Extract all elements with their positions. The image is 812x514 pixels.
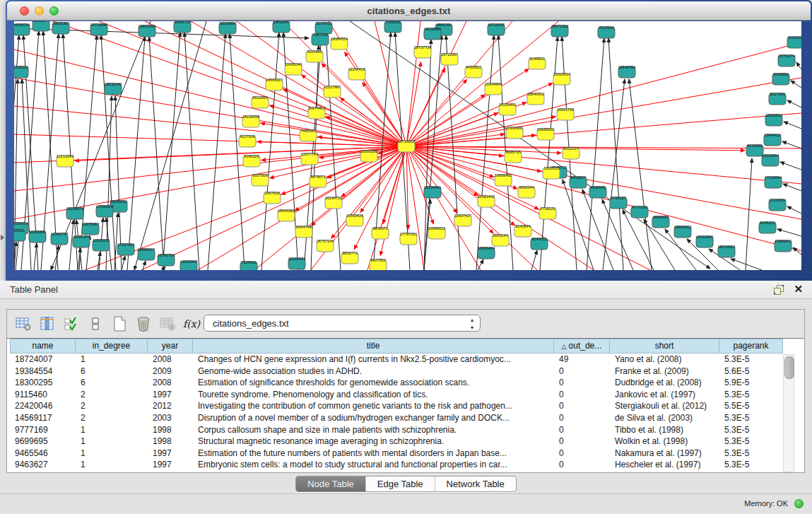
network-node[interactable]: 15688520 [537, 127, 554, 140]
network-node[interactable]: 9879071 [310, 175, 326, 187]
network-node[interactable]: 2718120 [539, 206, 556, 219]
table-cell[interactable]: Yano et al. (2008) [610, 354, 719, 366]
table-row[interactable]: 2242004622012Investigating the contribut… [10, 400, 804, 412]
network-node[interactable]: 16954322 [674, 225, 691, 238]
network-node[interactable]: 7356101 [384, 21, 401, 33]
network-node[interactable]: 1362615 [543, 166, 560, 179]
network-node[interactable]: 9115460 [306, 49, 323, 62]
network-canvas[interactable]: 1405572421331276195653802073394020891406… [14, 21, 801, 270]
network-node[interactable]: 16543382 [278, 209, 295, 221]
table-cell[interactable]: Stergiakouli et al. (2012) [610, 400, 719, 412]
network-node[interactable]: 20631140 [105, 82, 122, 95]
table-cell[interactable]: de Silva et al. (2003) [610, 412, 719, 424]
table-cell[interactable]: 5.3E-5 [719, 389, 783, 401]
network-node[interactable]: 15751074 [778, 54, 795, 66]
table-row[interactable]: 1938455462009Genome-wide association stu… [10, 366, 804, 378]
network-node[interactable]: 10210643 [762, 153, 779, 166]
network-node[interactable]: 2367608 [264, 191, 281, 204]
table-cell[interactable]: 2008 [148, 377, 193, 389]
network-node[interactable]: 14055724 [14, 23, 30, 35]
network-node[interactable]: 12412045 [696, 235, 713, 247]
table-cell[interactable]: 0 [554, 400, 610, 412]
tab-edge-table[interactable]: Edge Table [365, 477, 435, 491]
table-cell[interactable]: 19384554 [10, 366, 76, 378]
table-row[interactable]: 911546021997Tourette syndrome. Phenomeno… [10, 389, 804, 401]
table-cell[interactable]: Dudbridge et al. (2008) [610, 377, 719, 389]
network-node[interactable]: 11254419 [348, 67, 365, 80]
network-node[interactable]: 10974403 [308, 106, 325, 119]
network-node[interactable]: 9127508 [239, 134, 256, 147]
network-node[interactable]: 9699695 [652, 215, 669, 228]
table-cell[interactable]: 5.3E-5 [719, 448, 783, 460]
network-node[interactable]: 10975887 [82, 222, 99, 235]
table-cell[interactable]: 2012 [148, 400, 193, 412]
table-cell[interactable]: Franke et al. (2009) [610, 366, 719, 378]
network-node[interactable]: 12093822 [765, 113, 782, 126]
network-node[interactable]: 12213349 [57, 154, 73, 167]
network-node[interactable]: 20733940 [90, 23, 107, 35]
table-cell[interactable]: 9465546 [10, 448, 76, 460]
table-cell[interactable]: Estimation of significance thresholds fo… [193, 377, 554, 389]
panel-collapse-arrow-icon[interactable] [1, 235, 4, 240]
network-node[interactable]: 10905442 [775, 239, 792, 252]
column-header-name[interactable]: name [10, 339, 76, 354]
row-height-button[interactable] [85, 315, 106, 333]
network-node[interactable]: 11581442 [478, 194, 495, 207]
network-node[interactable]: 10653247 [273, 21, 290, 33]
network-node[interactable]: 10084023 [428, 226, 445, 239]
network-node[interactable]: 9455922 [465, 65, 482, 78]
network-node[interactable]: 16154431 [288, 257, 305, 269]
network-node[interactable]: 11607427 [454, 214, 471, 226]
network-node[interactable]: 9327508 [252, 173, 269, 186]
network-node[interactable]: 20891406 [139, 24, 155, 37]
table-cell[interactable]: 5.6E-5 [719, 366, 783, 378]
network-node[interactable]: 16782759 [158, 253, 175, 266]
create-table-button[interactable] [109, 315, 130, 333]
table-cell[interactable]: 14569117 [10, 412, 76, 424]
network-node[interactable]: 12103054 [769, 198, 786, 211]
table-cell[interactable]: 18724007 [10, 354, 76, 366]
table-cell[interactable]: 0 [554, 377, 610, 389]
show-columns-button[interactable] [37, 315, 58, 333]
table-cell[interactable]: 2 [76, 412, 148, 424]
table-cell[interactable]: 5.3E-5 [719, 412, 783, 424]
select-mode-button[interactable] [61, 315, 82, 333]
table-row[interactable]: 1872400712008Changes of HCN gene express… [10, 354, 804, 366]
table-cell[interactable]: 1997 [148, 448, 193, 460]
network-node[interactable]: 18724007 [398, 139, 415, 152]
table-cell[interactable]: 1997 [148, 389, 193, 401]
table-cell[interactable]: Hescheler et al. (1997) [610, 459, 719, 471]
network-node[interactable]: 17359928 [96, 204, 113, 217]
network-node[interactable]: 15325419 [553, 72, 570, 85]
table-cell[interactable]: 0 [554, 459, 610, 471]
close-panel-icon[interactable]: ✕ [794, 283, 803, 296]
table-row[interactable]: 1456911722003Disruption of a novel membe… [10, 412, 804, 424]
network-node[interactable]: 13444113 [764, 133, 781, 146]
scrollbar-thumb[interactable] [784, 356, 794, 379]
network-node[interactable]: 7515524 [598, 25, 615, 38]
network-node[interactable]: 10905404 [478, 246, 495, 259]
network-node[interactable]: 9463627 [570, 175, 587, 188]
table-cell[interactable]: 1997 [148, 459, 193, 471]
network-node[interactable]: 9245012 [759, 221, 776, 233]
function-builder-button[interactable]: f(x) [181, 315, 202, 333]
network-node[interactable]: 26757134 [317, 239, 334, 252]
network-node[interactable]: 9329966 [772, 72, 789, 85]
table-cell[interactable]: Genome-wide association studies in ADHD. [193, 366, 554, 378]
network-node[interactable]: 11156869 [29, 230, 46, 243]
table-cell[interactable]: 49 [554, 354, 610, 366]
network-node[interactable]: 12342757 [51, 232, 68, 245]
table-cell[interactable]: 5.3E-5 [719, 436, 783, 448]
table-cell[interactable]: Changes of HCN gene expression and I(f) … [193, 354, 554, 366]
network-node[interactable]: 18640910 [527, 92, 544, 105]
table-cell[interactable]: Nakamura et al. (1997) [610, 448, 719, 460]
network-node[interactable]: 17797331 [400, 232, 417, 245]
network-node[interactable]: 9242844 [514, 224, 531, 237]
table-cell[interactable]: 5.3E-5 [719, 354, 783, 366]
network-node[interactable]: 19384554 [331, 37, 348, 49]
column-header-out_de[interactable]: △out_de... [554, 339, 610, 354]
network-node[interactable]: 8427552 [370, 258, 387, 270]
network-node[interactable]: 8995795 [505, 150, 522, 163]
network-node[interactable]: 9146821 [529, 57, 546, 69]
table-cell[interactable]: 5.3E-5 [719, 459, 783, 471]
